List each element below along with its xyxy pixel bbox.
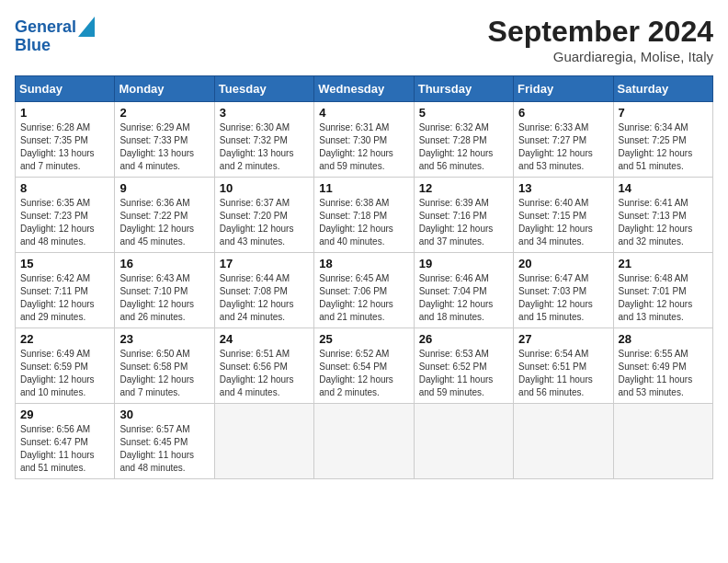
calendar-cell: 16Sunrise: 6:43 AMSunset: 7:10 PMDayligh… (115, 253, 214, 328)
weekday-header: Friday (514, 76, 613, 102)
calendar-table: SundayMondayTuesdayWednesdayThursdayFrid… (15, 75, 713, 479)
calendar-cell: 28Sunrise: 6:55 AMSunset: 6:49 PMDayligh… (613, 328, 712, 404)
cell-info: Sunrise: 6:42 AMSunset: 7:11 PMDaylight:… (20, 272, 109, 324)
cell-info: Sunrise: 6:35 AMSunset: 7:23 PMDaylight:… (20, 197, 109, 248)
calendar-cell: 18Sunrise: 6:45 AMSunset: 7:06 PMDayligh… (314, 253, 414, 328)
day-number: 26 (419, 332, 508, 346)
calendar-cell: 25Sunrise: 6:52 AMSunset: 6:54 PMDayligh… (314, 328, 414, 404)
calendar-week-row: 29Sunrise: 6:56 AMSunset: 6:47 PMDayligh… (16, 404, 713, 479)
day-number: 28 (619, 332, 708, 346)
weekday-header: Monday (115, 76, 214, 102)
calendar-cell: 13Sunrise: 6:40 AMSunset: 7:15 PMDayligh… (514, 178, 613, 253)
weekday-header: Sunday (16, 76, 115, 102)
day-number: 30 (119, 408, 209, 421)
cell-info: Sunrise: 6:51 AMSunset: 6:56 PMDaylight:… (220, 348, 309, 399)
day-number: 11 (319, 181, 408, 195)
day-number: 20 (518, 257, 608, 270)
weekday-header: Thursday (414, 76, 513, 102)
calendar-cell: 12Sunrise: 6:39 AMSunset: 7:16 PMDayligh… (414, 178, 513, 253)
calendar-cell (414, 404, 513, 479)
weekday-header: Saturday (613, 76, 712, 102)
day-number: 3 (220, 106, 309, 120)
cell-info: Sunrise: 6:33 AMSunset: 7:27 PMDaylight:… (518, 121, 608, 173)
calendar-cell: 3Sunrise: 6:30 AMSunset: 7:32 PMDaylight… (214, 102, 313, 178)
calendar-cell: 10Sunrise: 6:37 AMSunset: 7:20 PMDayligh… (214, 178, 313, 253)
calendar-cell: 4Sunrise: 6:31 AMSunset: 7:30 PMDaylight… (314, 102, 414, 178)
cell-info: Sunrise: 6:43 AMSunset: 7:10 PMDaylight:… (119, 272, 209, 324)
calendar-cell: 8Sunrise: 6:35 AMSunset: 7:23 PMDaylight… (16, 178, 115, 253)
cell-info: Sunrise: 6:53 AMSunset: 6:52 PMDaylight:… (419, 348, 508, 399)
cell-info: Sunrise: 6:34 AMSunset: 7:25 PMDaylight:… (619, 121, 708, 173)
calendar-cell: 9Sunrise: 6:36 AMSunset: 7:22 PMDaylight… (115, 178, 214, 253)
logo-line2: Blue (15, 37, 95, 55)
day-number: 24 (220, 332, 309, 346)
day-number: 14 (619, 181, 708, 195)
calendar-week-row: 22Sunrise: 6:49 AMSunset: 6:59 PMDayligh… (16, 328, 713, 404)
cell-info: Sunrise: 6:29 AMSunset: 7:33 PMDaylight:… (119, 121, 209, 173)
cell-info: Sunrise: 6:41 AMSunset: 7:13 PMDaylight:… (619, 197, 708, 248)
day-number: 7 (619, 106, 708, 120)
day-number: 15 (20, 257, 109, 270)
cell-info: Sunrise: 6:54 AMSunset: 6:51 PMDaylight:… (518, 348, 608, 399)
calendar-cell: 2Sunrise: 6:29 AMSunset: 7:33 PMDaylight… (115, 102, 214, 178)
day-number: 27 (518, 332, 608, 346)
cell-info: Sunrise: 6:36 AMSunset: 7:22 PMDaylight:… (119, 197, 209, 248)
day-number: 1 (20, 106, 109, 120)
cell-info: Sunrise: 6:32 AMSunset: 7:28 PMDaylight:… (419, 121, 508, 173)
calendar-cell: 14Sunrise: 6:41 AMSunset: 7:13 PMDayligh… (613, 178, 712, 253)
calendar-cell: 17Sunrise: 6:44 AMSunset: 7:08 PMDayligh… (214, 253, 313, 328)
cell-info: Sunrise: 6:57 AMSunset: 6:45 PMDaylight:… (119, 423, 209, 475)
calendar-header: SundayMondayTuesdayWednesdayThursdayFrid… (16, 76, 713, 102)
cell-info: Sunrise: 6:40 AMSunset: 7:15 PMDaylight:… (518, 197, 608, 248)
day-number: 21 (619, 257, 708, 270)
day-number: 16 (119, 257, 209, 270)
day-number: 29 (20, 408, 109, 421)
cell-info: Sunrise: 6:44 AMSunset: 7:08 PMDaylight:… (220, 272, 309, 324)
day-number: 23 (119, 332, 209, 346)
calendar-week-row: 8Sunrise: 6:35 AMSunset: 7:23 PMDaylight… (16, 178, 713, 253)
calendar-cell: 20Sunrise: 6:47 AMSunset: 7:03 PMDayligh… (514, 253, 613, 328)
cell-info: Sunrise: 6:47 AMSunset: 7:03 PMDaylight:… (518, 272, 608, 324)
day-number: 18 (319, 257, 408, 270)
weekday-header: Wednesday (314, 76, 414, 102)
calendar-cell: 1Sunrise: 6:28 AMSunset: 7:35 PMDaylight… (16, 102, 115, 178)
calendar-cell: 29Sunrise: 6:56 AMSunset: 6:47 PMDayligh… (16, 404, 115, 479)
calendar-cell: 7Sunrise: 6:34 AMSunset: 7:25 PMDaylight… (613, 102, 712, 178)
title-block: September 2024 Guardiaregia, Molise, Ita… (488, 15, 713, 64)
cell-info: Sunrise: 6:31 AMSunset: 7:30 PMDaylight:… (319, 121, 408, 173)
cell-info: Sunrise: 6:30 AMSunset: 7:32 PMDaylight:… (220, 121, 309, 173)
cell-info: Sunrise: 6:38 AMSunset: 7:18 PMDaylight:… (319, 197, 408, 248)
cell-info: Sunrise: 6:28 AMSunset: 7:35 PMDaylight:… (20, 121, 109, 173)
day-number: 22 (20, 332, 109, 346)
day-number: 19 (419, 257, 508, 270)
page-header: General Blue September 2024 Guardiaregia… (15, 15, 713, 64)
location: Guardiaregia, Molise, Italy (488, 49, 713, 64)
day-number: 12 (419, 181, 508, 195)
calendar-cell (514, 404, 613, 479)
cell-info: Sunrise: 6:50 AMSunset: 6:58 PMDaylight:… (119, 348, 209, 399)
cell-info: Sunrise: 6:49 AMSunset: 6:59 PMDaylight:… (20, 348, 109, 399)
calendar-cell: 26Sunrise: 6:53 AMSunset: 6:52 PMDayligh… (414, 328, 513, 404)
cell-info: Sunrise: 6:55 AMSunset: 6:49 PMDaylight:… (619, 348, 708, 399)
calendar-cell: 27Sunrise: 6:54 AMSunset: 6:51 PMDayligh… (514, 328, 613, 404)
calendar-cell: 19Sunrise: 6:46 AMSunset: 7:04 PMDayligh… (414, 253, 513, 328)
calendar-cell (214, 404, 313, 479)
day-number: 10 (220, 181, 309, 195)
cell-info: Sunrise: 6:56 AMSunset: 6:47 PMDaylight:… (20, 423, 109, 475)
calendar-cell: 5Sunrise: 6:32 AMSunset: 7:28 PMDaylight… (414, 102, 513, 178)
weekday-header: Tuesday (214, 76, 313, 102)
day-number: 4 (319, 106, 408, 120)
day-number: 13 (518, 181, 608, 195)
calendar-body: 1Sunrise: 6:28 AMSunset: 7:35 PMDaylight… (16, 102, 713, 479)
calendar-cell: 30Sunrise: 6:57 AMSunset: 6:45 PMDayligh… (115, 404, 214, 479)
calendar-cell: 22Sunrise: 6:49 AMSunset: 6:59 PMDayligh… (16, 328, 115, 404)
calendar-cell: 11Sunrise: 6:38 AMSunset: 7:18 PMDayligh… (314, 178, 414, 253)
logo: General Blue (15, 15, 95, 55)
calendar-cell (613, 404, 712, 479)
day-number: 6 (518, 106, 608, 120)
cell-info: Sunrise: 6:39 AMSunset: 7:16 PMDaylight:… (419, 197, 508, 248)
calendar-cell: 23Sunrise: 6:50 AMSunset: 6:58 PMDayligh… (115, 328, 214, 404)
day-number: 8 (20, 181, 109, 195)
logo-line1: General (15, 17, 76, 36)
day-number: 5 (419, 106, 508, 120)
